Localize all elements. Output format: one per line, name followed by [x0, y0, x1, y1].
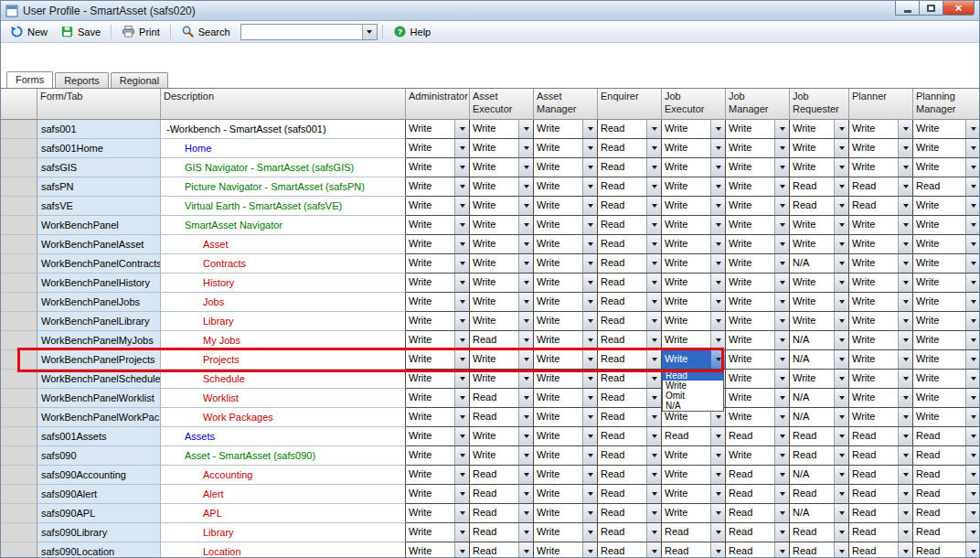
permission-combobox[interactable]: Read: [849, 523, 913, 542]
chevron-down-icon[interactable]: [898, 485, 912, 503]
form-tab-cell[interactable]: safs090Location: [37, 542, 161, 557]
chevron-down-icon[interactable]: [898, 120, 912, 138]
chevron-down-icon[interactable]: [518, 293, 533, 311]
column-header-asset-executor[interactable]: Asset Executor: [470, 89, 534, 120]
print-button[interactable]: Print: [116, 22, 165, 41]
chevron-down-icon[interactable]: [898, 389, 912, 407]
form-tab-cell[interactable]: WorkBenchPanelAsset: [37, 235, 161, 254]
row-selector[interactable]: [1, 293, 37, 312]
chevron-down-icon[interactable]: [582, 216, 597, 234]
chevron-down-icon[interactable]: [582, 446, 597, 465]
chevron-down-icon[interactable]: [774, 466, 789, 484]
permission-combobox[interactable]: Write: [662, 158, 726, 177]
permission-combobox[interactable]: Write: [534, 177, 598, 197]
chevron-down-icon[interactable]: [710, 485, 725, 503]
permission-combobox[interactable]: N/A: [790, 466, 849, 485]
permission-combobox[interactable]: Read: [598, 389, 662, 408]
permission-combobox[interactable]: Write: [470, 274, 534, 293]
permission-combobox[interactable]: Write: [726, 370, 790, 389]
chevron-down-icon[interactable]: [710, 427, 725, 445]
chevron-down-icon[interactable]: [454, 274, 469, 292]
form-tab-cell[interactable]: safs090: [37, 446, 161, 466]
permission-combobox[interactable]: Read: [790, 197, 849, 216]
form-tab-cell[interactable]: WorkBenchPanelJobs: [37, 293, 161, 312]
permission-combobox[interactable]: Read: [598, 408, 662, 427]
permission-combobox[interactable]: Write: [849, 312, 913, 331]
form-tab-cell[interactable]: safsPN: [37, 177, 161, 197]
chevron-down-icon[interactable]: [834, 485, 848, 503]
chevron-down-icon[interactable]: [518, 274, 533, 292]
permission-combobox[interactable]: Write: [913, 235, 980, 254]
chevron-down-icon[interactable]: [898, 370, 912, 388]
permission-combobox[interactable]: Read: [849, 466, 913, 485]
permission-combobox[interactable]: Write: [726, 312, 790, 331]
chevron-down-icon[interactable]: [518, 197, 533, 215]
description-cell[interactable]: Work Packages: [161, 408, 406, 427]
permission-combobox[interactable]: Write: [406, 254, 470, 274]
chevron-down-icon[interactable]: [710, 446, 725, 465]
permission-combobox[interactable]: Write: [726, 350, 790, 370]
chevron-down-icon[interactable]: [646, 177, 661, 196]
permission-combobox[interactable]: Write: [534, 274, 598, 293]
permission-combobox[interactable]: Write: [534, 312, 598, 331]
chevron-down-icon[interactable]: [646, 389, 661, 407]
permission-combobox[interactable]: Write: [662, 331, 726, 350]
chevron-down-icon[interactable]: [646, 235, 661, 253]
permission-combobox[interactable]: Read: [726, 504, 790, 523]
description-cell[interactable]: Location: [161, 542, 406, 557]
chevron-down-icon[interactable]: [518, 139, 533, 157]
permission-combobox[interactable]: Read: [598, 312, 662, 331]
permission-combobox[interactable]: Read: [598, 274, 662, 293]
chevron-down-icon[interactable]: [518, 523, 533, 542]
chevron-down-icon[interactable]: [898, 139, 912, 157]
permission-combobox[interactable]: Read: [598, 120, 662, 139]
permission-combobox[interactable]: Write: [470, 370, 534, 389]
description-cell[interactable]: Virtual Earth - SmartAsset (safsVE): [161, 197, 406, 216]
permission-combobox[interactable]: Write: [726, 331, 790, 350]
chevron-down-icon[interactable]: [646, 350, 661, 369]
permission-combobox[interactable]: Write: [534, 216, 598, 235]
permission-combobox[interactable]: Write: [534, 389, 598, 408]
permission-combobox[interactable]: N/A: [790, 331, 849, 350]
permission-combobox[interactable]: Read: [790, 427, 849, 446]
chevron-down-icon[interactable]: [898, 427, 912, 445]
permission-combobox[interactable]: Write: [726, 254, 790, 274]
column-header-job-executor[interactable]: Job Executor: [662, 89, 726, 120]
chevron-down-icon[interactable]: [582, 523, 597, 542]
column-header-form-tab[interactable]: Form/Tab: [37, 89, 161, 120]
permission-combobox[interactable]: Read: [849, 177, 913, 197]
chevron-down-icon[interactable]: [582, 197, 597, 215]
chevron-down-icon[interactable]: [774, 331, 789, 349]
chevron-down-icon[interactable]: [834, 542, 848, 557]
tab-regional[interactable]: Regional: [111, 72, 168, 88]
chevron-down-icon[interactable]: [965, 427, 980, 445]
permission-combobox[interactable]: Write: [726, 408, 790, 427]
chevron-down-icon[interactable]: [582, 312, 597, 330]
chevron-down-icon[interactable]: [646, 293, 661, 311]
chevron-down-icon[interactable]: [582, 466, 597, 484]
permission-combobox[interactable]: Read: [790, 485, 849, 504]
permission-combobox[interactable]: Write: [406, 274, 470, 293]
permission-combobox[interactable]: Read: [790, 177, 849, 197]
permission-combobox[interactable]: Write: [534, 120, 598, 139]
permission-combobox[interactable]: Read: [598, 370, 662, 389]
permission-combobox[interactable]: Write: [662, 235, 726, 254]
chevron-down-icon[interactable]: [454, 139, 469, 157]
chevron-down-icon[interactable]: [774, 120, 789, 138]
chevron-down-icon[interactable]: [454, 485, 469, 503]
permission-combobox[interactable]: Write: [406, 293, 470, 312]
chevron-down-icon[interactable]: [965, 504, 980, 522]
column-header-enquirer[interactable]: Enquirer: [598, 89, 662, 120]
permission-combobox[interactable]: Write: [662, 293, 726, 312]
chevron-down-icon[interactable]: [710, 504, 725, 522]
permission-combobox[interactable]: Read: [726, 427, 790, 446]
chevron-down-icon[interactable]: [646, 408, 661, 426]
permission-combobox[interactable]: Write: [470, 120, 534, 139]
column-header-job-requester[interactable]: Job Requester: [790, 89, 849, 120]
permission-combobox[interactable]: Write: [849, 350, 913, 370]
column-header-planning-manager[interactable]: Planning Manager: [913, 89, 980, 120]
description-cell[interactable]: SmartAsset Navigator: [161, 216, 406, 235]
permission-combobox[interactable]: Write: [534, 331, 598, 350]
chevron-down-icon[interactable]: [454, 523, 469, 542]
permission-combobox[interactable]: Write: [534, 293, 598, 312]
